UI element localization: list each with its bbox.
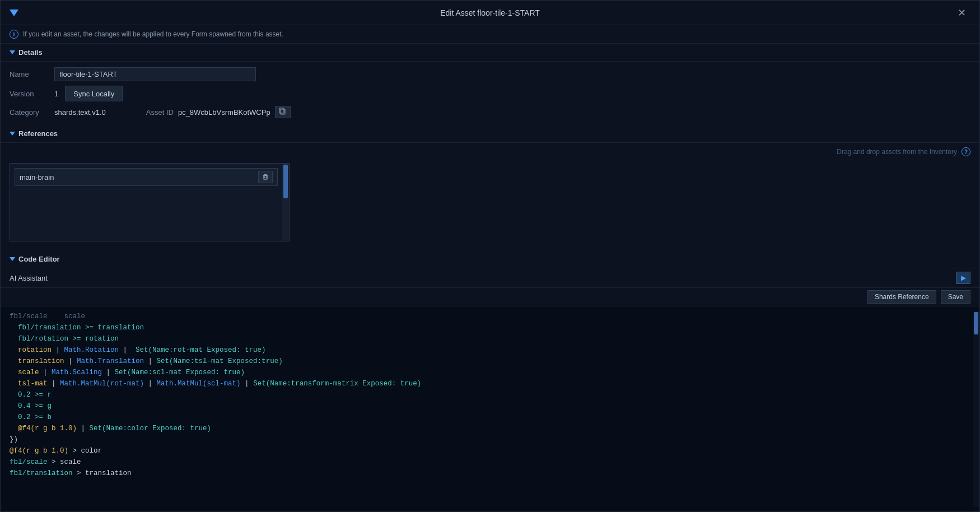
info-bar: i If you edit an asset, the changes will…: [1, 25, 979, 44]
name-row: Name: [10, 67, 970, 81]
drag-hint-icon: ?: [962, 147, 970, 156]
title-bar-left: [10, 10, 18, 16]
references-scrollbar[interactable]: [282, 164, 289, 241]
code-line: fbl/translation >= translation: [10, 322, 973, 333]
ai-assistant-label: AI Assistant: [10, 274, 48, 282]
category-label: Category: [10, 108, 48, 117]
close-button[interactable]: ✕: [953, 4, 970, 21]
info-icon: i: [10, 30, 18, 39]
save-button[interactable]: Save: [941, 290, 970, 304]
name-label: Name: [10, 70, 48, 78]
ai-assistant-bar: AI Assistant ▶: [1, 268, 979, 288]
code-scrollbar[interactable]: [973, 311, 979, 507]
version-label: Version: [10, 90, 48, 98]
details-section-header[interactable]: Details: [1, 44, 979, 62]
references-section: References Drag and drop assets from the…: [1, 125, 979, 250]
title-bar: Edit Asset floor-tile-1-START ✕: [1, 1, 979, 25]
details-section: Details Name Version 1 Sync Locally Cate…: [1, 44, 979, 125]
code-line: fbl/translation > translation: [10, 468, 973, 479]
category-value: shards,text,v1.0: [54, 108, 106, 117]
reference-name: main-brain: [20, 173, 54, 181]
app-logo-icon: [10, 10, 18, 16]
play-button[interactable]: ▶: [956, 272, 970, 284]
references-scroll-thumb: [283, 165, 288, 198]
code-line: scale | Math.Scaling | Set(Name:scl-mat …: [10, 367, 973, 378]
code-toolbar: Shards Reference Save: [1, 288, 979, 306]
code-line: }): [10, 434, 973, 445]
sync-locally-button[interactable]: Sync Locally: [65, 86, 123, 101]
code-editor-section-title: Code Editor: [18, 255, 60, 263]
references-section-title: References: [18, 129, 58, 138]
asset-id-label: Asset ID: [146, 108, 174, 117]
drag-hint: Drag and drop assets from the Inventory …: [837, 147, 970, 156]
copy-asset-id-button[interactable]: [275, 106, 291, 118]
category-asset-row: Category shards,text,v1.0 Asset ID pc_8W…: [10, 106, 970, 118]
info-message: If you edit an asset, the changes will b…: [23, 30, 283, 38]
code-editor-section-header[interactable]: Code Editor: [1, 250, 979, 268]
list-item: main-brain: [15, 168, 278, 186]
code-line: fbl/scale scale: [10, 311, 973, 322]
main-window: Edit Asset floor-tile-1-START ✕ i If you…: [0, 0, 980, 512]
references-section-header[interactable]: References: [1, 125, 979, 143]
code-line: 0.2 >= b: [10, 412, 973, 423]
code-editor-collapse-icon: [10, 257, 15, 261]
asset-id-row: Asset ID pc_8WcbLbVsrmBKotWCPp: [146, 106, 291, 118]
code-line: @f4(r g b 1.0) | Set(Name:color Exposed:…: [10, 423, 973, 434]
drag-hint-text: Drag and drop assets from the Inventory: [837, 148, 957, 156]
references-box[interactable]: main-brain: [10, 163, 290, 241]
code-line: translation | Math.Translation | Set(Nam…: [10, 356, 973, 367]
details-content: Name Version 1 Sync Locally Category sha…: [1, 62, 979, 125]
details-section-title: Details: [18, 48, 43, 57]
references-list: main-brain: [10, 164, 282, 241]
name-input[interactable]: [54, 67, 256, 81]
window-title: Edit Asset floor-tile-1-START: [440, 8, 540, 17]
svg-rect-1: [279, 108, 284, 113]
code-area[interactable]: fbl/scale scale fbl/translation >= trans…: [1, 306, 979, 511]
code-line: @f4(r g b 1.0) > color: [10, 445, 973, 457]
code-scroll-thumb: [974, 312, 978, 334]
svg-rect-0: [281, 109, 285, 114]
code-editor-content: AI Assistant ▶ Shards Reference Save fbl…: [1, 268, 979, 511]
references-content: Drag and drop assets from the Inventory …: [1, 143, 979, 250]
code-line: fbl/rotation >= rotation: [10, 333, 973, 345]
code-editor-section: Code Editor AI Assistant ▶ Shards Refere…: [1, 250, 979, 511]
code-line: 0.4 >= g: [10, 401, 973, 412]
references-collapse-icon: [10, 132, 15, 136]
code-line: 0.2 >= r: [10, 389, 973, 401]
details-collapse-icon: [10, 50, 15, 54]
content-area: Details Name Version 1 Sync Locally Cate…: [1, 44, 979, 511]
code-lines: fbl/scale scale fbl/translation >= trans…: [10, 311, 973, 507]
version-value: 1: [54, 90, 58, 98]
shards-reference-button[interactable]: Shards Reference: [867, 290, 936, 304]
code-line: rotation | Math.Rotation | Set(Name:rot-…: [10, 345, 973, 356]
version-row: Version 1 Sync Locally: [10, 86, 970, 101]
code-line: tsl-mat | Math.MatMul(rot-mat) | Math.Ma…: [10, 378, 973, 389]
code-line: fbl/scale > scale: [10, 457, 973, 468]
delete-reference-button[interactable]: [258, 171, 273, 183]
asset-id-value: pc_8WcbLbVsrmBKotWCPp: [178, 108, 270, 117]
